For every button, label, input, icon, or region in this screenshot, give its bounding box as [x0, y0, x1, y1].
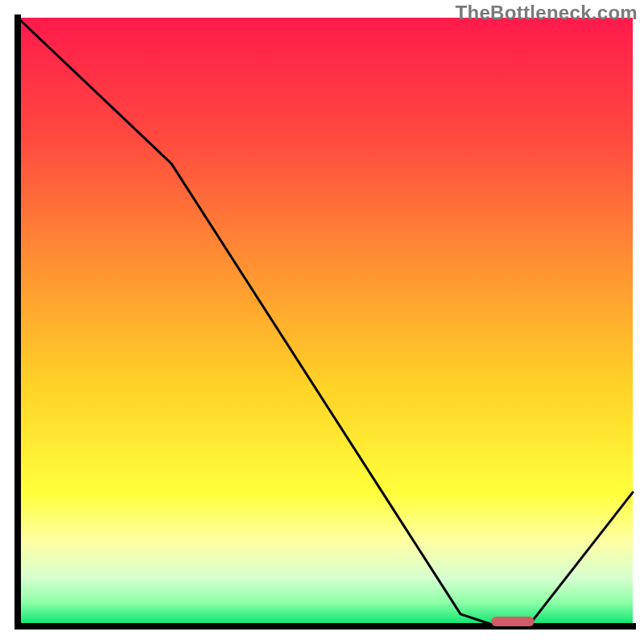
optimal-range-marker: [491, 617, 534, 626]
chart-stage: TheBottleneck.com: [0, 0, 644, 644]
bottleneck-chart: [0, 0, 644, 644]
plot-background: [18, 18, 633, 626]
watermark-text: TheBottleneck.com: [456, 2, 638, 24]
